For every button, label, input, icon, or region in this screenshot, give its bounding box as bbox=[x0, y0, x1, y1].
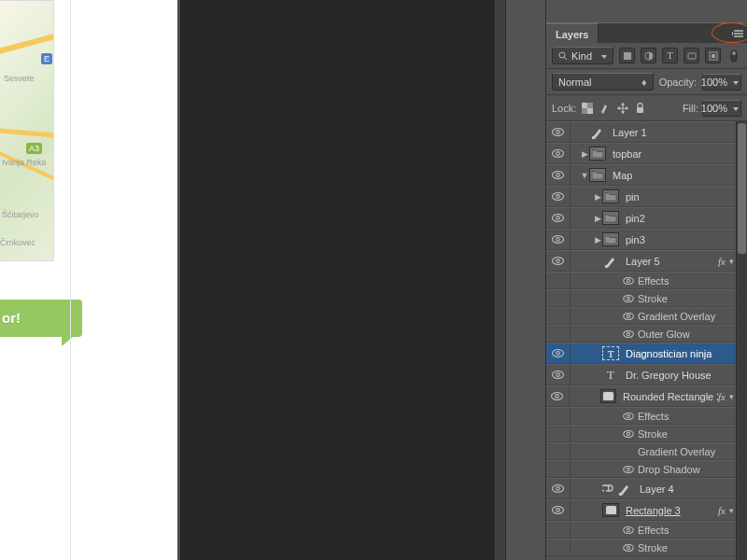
layer-row[interactable]: Layer 1 bbox=[546, 121, 736, 143]
visibility-toggle[interactable] bbox=[546, 251, 571, 271]
filter-shape-icon[interactable] bbox=[684, 48, 699, 63]
visibility-toggle[interactable] bbox=[546, 187, 571, 206]
blend-mode-dropdown[interactable]: Normal ♦ bbox=[552, 73, 654, 91]
effect-visibility-icon[interactable] bbox=[619, 466, 638, 473]
lock-transparency-icon[interactable] bbox=[580, 100, 594, 116]
filter-kind-dropdown[interactable]: Kind bbox=[552, 47, 613, 64]
visibility-toggle[interactable] bbox=[546, 343, 571, 363]
filter-type-icon[interactable]: T bbox=[662, 48, 678, 63]
layer-row[interactable]: TDiagnostician ninja bbox=[546, 343, 736, 364]
panel-menu-icon[interactable] bbox=[730, 23, 747, 43]
lock-all-icon[interactable] bbox=[633, 100, 647, 116]
layer-row[interactable]: TDr. Gregory House bbox=[546, 364, 736, 385]
disclosure-triangle[interactable]: ▶ bbox=[593, 192, 602, 202]
effect-visibility-icon[interactable] bbox=[619, 313, 638, 320]
layer-row[interactable]: ▶topbar bbox=[546, 143, 736, 164]
visibility-toggle[interactable] bbox=[546, 539, 571, 555]
layer-name[interactable]: Rectangle 3 bbox=[626, 505, 681, 516]
effect-visibility-icon[interactable] bbox=[619, 277, 638, 285]
effect-visibility-icon[interactable] bbox=[619, 544, 638, 552]
filter-toggle-switch[interactable] bbox=[726, 48, 741, 63]
layer-name[interactable]: pin bbox=[626, 191, 640, 203]
layer-name[interactable]: Dr. Gregory House bbox=[626, 370, 712, 381]
visibility-toggle[interactable] bbox=[546, 326, 571, 342]
layer-name[interactable]: Layer 4 bbox=[640, 483, 674, 495]
folder-icon bbox=[602, 232, 619, 246]
opacity-field[interactable]: 100% bbox=[702, 74, 741, 91]
effect-name: Stroke bbox=[638, 428, 668, 440]
layer-row[interactable]: ▼Map bbox=[546, 164, 736, 186]
effect-row[interactable]: Drop Shadow bbox=[546, 460, 736, 478]
layer-name[interactable]: Map bbox=[613, 170, 632, 181]
disclosure-triangle[interactable]: ▼ bbox=[580, 171, 589, 180]
fx-badge[interactable]: fx bbox=[718, 391, 726, 402]
lock-position-icon[interactable] bbox=[615, 100, 629, 116]
layer-row[interactable]: Layer 5fx▾ bbox=[546, 250, 736, 272]
effect-row[interactable]: Effects bbox=[546, 407, 736, 425]
visibility-toggle[interactable] bbox=[546, 165, 571, 185]
effect-visibility-icon[interactable] bbox=[619, 413, 638, 420]
layers-list[interactable]: Layer 1▶topbar▼Map▶pin▶pin2▶pin3Layer 5f… bbox=[546, 121, 736, 560]
visibility-toggle[interactable] bbox=[546, 522, 571, 538]
lock-pixels-icon[interactable] bbox=[598, 100, 612, 116]
visibility-toggle[interactable] bbox=[546, 500, 571, 520]
visibility-toggle[interactable] bbox=[546, 408, 571, 424]
layer-row[interactable]: Layer 4 bbox=[546, 478, 736, 499]
chevron-down-icon bbox=[729, 103, 739, 114]
layer-name[interactable]: Diagnostician ninja bbox=[626, 348, 712, 359]
effect-row[interactable]: Outer Glow bbox=[546, 325, 736, 343]
effect-visibility-icon[interactable] bbox=[619, 526, 638, 534]
disclosure-triangle[interactable]: ▶ bbox=[580, 149, 589, 159]
layer-name[interactable]: Layer 5 bbox=[626, 256, 660, 267]
visibility-toggle[interactable] bbox=[546, 308, 571, 324]
layer-row[interactable]: Rectangle 3fx▾ bbox=[546, 499, 736, 521]
tab-layers[interactable]: Layers bbox=[546, 23, 599, 43]
visibility-toggle[interactable] bbox=[546, 273, 571, 288]
fx-badge[interactable]: fx bbox=[718, 256, 726, 267]
visibility-toggle[interactable] bbox=[546, 479, 571, 498]
visibility-toggle[interactable] bbox=[546, 144, 571, 163]
fx-badge[interactable]: fx bbox=[718, 505, 726, 516]
layer-row[interactable]: Rounded Rectangle 2fx▾ bbox=[546, 385, 736, 407]
visibility-toggle[interactable] bbox=[546, 365, 571, 385]
chevron-down-icon[interactable]: ▾ bbox=[729, 392, 734, 401]
effect-row[interactable]: Stroke bbox=[546, 425, 736, 442]
disclosure-triangle[interactable]: ▶ bbox=[593, 235, 602, 245]
visibility-toggle[interactable] bbox=[546, 426, 571, 441]
filter-smart-icon[interactable] bbox=[705, 48, 721, 63]
filter-adjustment-icon[interactable] bbox=[641, 48, 656, 63]
canvas[interactable] bbox=[180, 0, 494, 560]
effect-visibility-icon[interactable] bbox=[619, 330, 638, 338]
effect-row[interactable]: Gradient Overlay bbox=[546, 442, 736, 460]
layer-name[interactable]: topbar bbox=[613, 148, 641, 160]
effect-row[interactable]: Stroke bbox=[546, 539, 736, 556]
visibility-toggle[interactable] bbox=[546, 461, 571, 477]
chevron-down-icon[interactable]: ▾ bbox=[729, 506, 734, 515]
layer-name[interactable]: pin2 bbox=[626, 213, 645, 224]
layer-row[interactable]: ▶pin bbox=[546, 186, 736, 207]
visibility-toggle[interactable] bbox=[546, 122, 571, 142]
effect-visibility-icon[interactable] bbox=[619, 295, 638, 302]
disclosure-triangle[interactable]: ▶ bbox=[593, 214, 602, 223]
layer-name[interactable]: Rounded Rectangle 2 bbox=[623, 391, 718, 402]
effect-row[interactable]: Stroke bbox=[546, 289, 736, 307]
visibility-toggle[interactable] bbox=[546, 290, 571, 306]
effect-row[interactable]: Effects bbox=[546, 521, 736, 539]
panel-gutter[interactable] bbox=[494, 0, 506, 560]
layer-name[interactable]: pin3 bbox=[626, 234, 645, 245]
effect-row[interactable]: Gradient Overlay bbox=[546, 307, 736, 325]
visibility-toggle[interactable] bbox=[546, 386, 570, 406]
layer-row[interactable]: ▶pin3 bbox=[546, 229, 736, 250]
scrollbar-thumb[interactable] bbox=[738, 123, 746, 254]
layer-name[interactable]: Layer 1 bbox=[613, 127, 647, 138]
visibility-toggle[interactable] bbox=[546, 443, 571, 459]
chevron-down-icon[interactable]: ▾ bbox=[729, 257, 734, 266]
effect-visibility-icon[interactable] bbox=[619, 430, 638, 438]
fill-field[interactable]: 100% bbox=[702, 100, 741, 117]
visibility-toggle[interactable] bbox=[546, 230, 571, 249]
panel-scrollbar[interactable] bbox=[736, 121, 747, 560]
filter-pixel-icon[interactable] bbox=[619, 48, 635, 63]
effect-row[interactable]: Effects bbox=[546, 272, 736, 289]
visibility-toggle[interactable] bbox=[546, 208, 571, 228]
layer-row[interactable]: ▶pin2 bbox=[546, 207, 736, 229]
